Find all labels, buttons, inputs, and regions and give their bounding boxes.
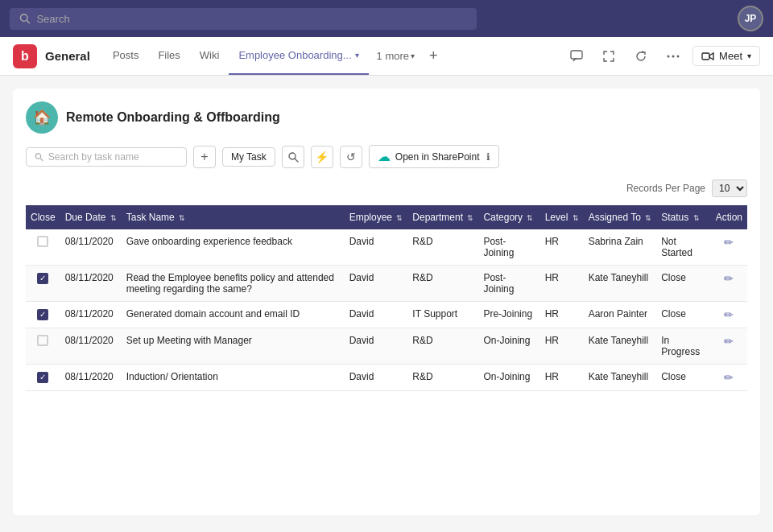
row-department: R&D xyxy=(407,229,478,266)
row-action-cell: ✏ xyxy=(711,365,747,391)
col-level[interactable]: Level ⇅ xyxy=(540,205,584,229)
teams-nav-bar: b General Posts Files Wiki Employee Onbo… xyxy=(0,37,773,76)
sort-assigned-icon: ⇅ xyxy=(645,214,651,222)
app-content-panel: 🏠 Remote Onboarding & Offboarding + My T… xyxy=(13,89,760,515)
tab-employee-onboarding[interactable]: Employee Onboarding... ▾ xyxy=(229,37,368,75)
video-icon xyxy=(701,52,714,61)
col-due-date[interactable]: Due Date ⇅ xyxy=(60,205,122,229)
sort-level-icon: ⇅ xyxy=(573,214,579,222)
channel-tabs: Posts Files Wiki Employee Onboarding... … xyxy=(103,37,444,75)
col-category[interactable]: Category ⇅ xyxy=(478,205,539,229)
add-tab-button[interactable]: + xyxy=(423,47,444,64)
expand-icon-button[interactable] xyxy=(596,43,622,69)
row-checkbox[interactable] xyxy=(37,335,48,346)
row-due-date: 08/11/2020 xyxy=(60,266,122,302)
row-due-date: 08/11/2020 xyxy=(60,229,122,266)
sort-category-icon: ⇅ xyxy=(527,214,533,222)
row-task-name: Induction/ Orientation xyxy=(122,365,345,391)
row-checkbox[interactable] xyxy=(37,273,48,284)
col-task-name[interactable]: Task Name ⇅ xyxy=(122,205,345,229)
meet-button[interactable]: Meet ▾ xyxy=(692,46,760,66)
search-filter-icon xyxy=(287,151,299,163)
row-category: On-Joining xyxy=(478,365,539,391)
sort-status-icon: ⇅ xyxy=(693,214,700,222)
edit-task-icon[interactable]: ✏ xyxy=(724,335,734,348)
row-task-name: Gave onboarding experience feedback xyxy=(122,229,345,266)
row-level: HR xyxy=(540,302,584,328)
task-toolbar: + My Task ⚡ ↺ ☁ Open in SharePoint ℹ xyxy=(26,145,747,168)
row-checkbox-cell xyxy=(26,328,60,365)
row-employee: David xyxy=(345,365,408,391)
row-action-cell: ✏ xyxy=(711,266,747,302)
my-task-button[interactable]: My Task xyxy=(222,147,275,167)
table-row: 08/11/2020 Gave onboarding experience fe… xyxy=(26,229,747,266)
refresh-icon-button[interactable] xyxy=(628,43,654,69)
row-employee: David xyxy=(345,266,408,302)
chat-icon-button[interactable] xyxy=(564,43,589,69)
row-department: R&D xyxy=(407,266,478,302)
global-search-input[interactable] xyxy=(36,13,467,25)
table-row: 08/11/2020 Read the Employee benefits po… xyxy=(26,266,747,302)
row-due-date: 08/11/2020 xyxy=(60,365,122,391)
app-logo: 🏠 xyxy=(26,101,58,134)
table-row: 08/11/2020 Induction/ Orientation David … xyxy=(26,365,747,391)
svg-point-7 xyxy=(35,153,40,158)
records-per-page-select[interactable]: 10 5 15 20 xyxy=(712,179,747,197)
row-status: Not Started xyxy=(656,229,710,266)
filter-button[interactable]: ⚡ xyxy=(311,146,333,168)
row-action-cell: ✏ xyxy=(711,328,747,365)
col-department[interactable]: Department ⇅ xyxy=(407,205,478,229)
row-category: Pre-Joining xyxy=(478,302,539,328)
user-avatar[interactable]: JP xyxy=(738,6,763,31)
main-content-area: 🏠 Remote Onboarding & Offboarding + My T… xyxy=(0,76,773,532)
open-sharepoint-button[interactable]: ☁ Open in SharePoint ℹ xyxy=(369,145,499,168)
edit-task-icon[interactable]: ✏ xyxy=(724,308,734,321)
row-level: HR xyxy=(540,229,584,266)
more-options-button[interactable] xyxy=(660,43,686,69)
row-checkbox[interactable] xyxy=(37,236,48,247)
tab-wiki[interactable]: Wiki xyxy=(190,37,229,75)
row-checkbox-cell xyxy=(26,266,60,302)
nav-right-actions: Meet ▾ xyxy=(564,43,760,69)
task-search-icon xyxy=(35,152,43,162)
row-checkbox[interactable] xyxy=(37,372,48,383)
sharepoint-cloud-icon: ☁ xyxy=(378,149,391,164)
sort-due-date-icon: ⇅ xyxy=(110,214,117,222)
row-due-date: 08/11/2020 xyxy=(60,328,122,365)
svg-line-8 xyxy=(40,158,43,160)
svg-point-5 xyxy=(677,55,680,57)
edit-task-icon[interactable]: ✏ xyxy=(724,272,734,285)
app-header: 🏠 Remote Onboarding & Offboarding xyxy=(26,101,747,134)
search-button[interactable] xyxy=(282,146,304,168)
add-task-button[interactable]: + xyxy=(193,146,216,168)
row-employee: David xyxy=(345,302,408,328)
row-checkbox[interactable] xyxy=(37,309,48,320)
row-assigned-to: Kate Taneyhill xyxy=(584,266,657,302)
tab-files[interactable]: Files xyxy=(148,37,189,75)
sort-department-icon: ⇅ xyxy=(467,214,473,222)
tab-posts[interactable]: Posts xyxy=(103,37,149,75)
app-logo-icon: 🏠 xyxy=(33,109,51,126)
global-search-box[interactable] xyxy=(10,8,477,30)
refresh-icon xyxy=(635,50,647,63)
sort-employee-icon: ⇅ xyxy=(396,214,403,222)
row-task-name: Set up Meeting with Manager xyxy=(122,328,345,365)
col-assigned-to[interactable]: Assigned To ⇅ xyxy=(584,205,657,229)
tab-more[interactable]: 1 more ▾ xyxy=(369,50,423,62)
edit-task-icon[interactable]: ✏ xyxy=(724,236,734,249)
row-department: R&D xyxy=(407,365,478,391)
row-employee: David xyxy=(345,229,408,266)
refresh-tasks-button[interactable]: ↺ xyxy=(340,146,362,168)
row-task-name: Read the Employee benefits policy and at… xyxy=(122,266,345,302)
row-status: Close xyxy=(656,302,710,328)
row-task-name: Generated domain account and email ID xyxy=(122,302,345,328)
edit-task-icon[interactable]: ✏ xyxy=(724,371,734,384)
col-status[interactable]: Status ⇅ xyxy=(656,205,710,229)
col-employee[interactable]: Employee ⇅ xyxy=(345,205,408,229)
task-search-input[interactable] xyxy=(48,151,178,163)
row-category: On-Joining xyxy=(478,328,539,365)
task-search-box[interactable] xyxy=(26,147,187,167)
col-close: Close xyxy=(26,205,60,229)
row-category: Post-Joining xyxy=(478,229,539,266)
table-row: 08/11/2020 Generated domain account and … xyxy=(26,302,747,328)
